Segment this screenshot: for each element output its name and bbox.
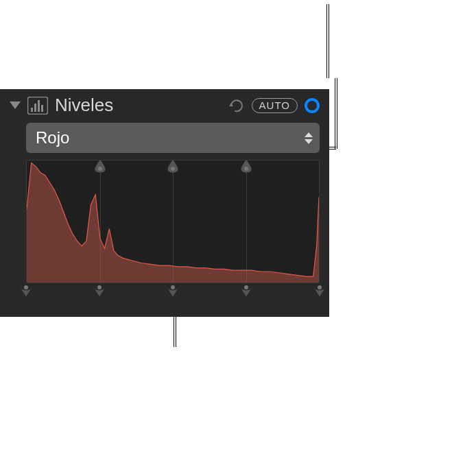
levels-panel: Niveles AUTO Rojo xyxy=(0,89,329,317)
stepper-icon xyxy=(305,132,313,144)
auto-button[interactable]: AUTO xyxy=(252,98,298,113)
leader-top-vertical-2 xyxy=(335,78,335,149)
channel-select[interactable]: Rojo xyxy=(26,123,320,153)
svg-point-11 xyxy=(171,285,175,289)
level-handle[interactable] xyxy=(94,283,105,297)
levels-title: Niveles xyxy=(55,95,113,116)
svg-rect-4 xyxy=(41,105,43,112)
histogram xyxy=(26,160,320,283)
svg-point-9 xyxy=(24,285,28,289)
svg-rect-2 xyxy=(34,104,36,112)
undo-icon[interactable] xyxy=(228,98,245,113)
channel-select-value: Rojo xyxy=(36,128,69,147)
svg-point-13 xyxy=(318,285,322,289)
svg-marker-5 xyxy=(229,103,233,106)
levels-icon xyxy=(27,97,48,115)
level-handle[interactable] xyxy=(21,283,32,297)
level-handle[interactable] xyxy=(314,283,325,297)
histogram-plot xyxy=(27,160,319,283)
levels-header: Niveles AUTO xyxy=(0,95,329,123)
enabled-indicator-icon[interactable] xyxy=(305,98,320,113)
svg-rect-3 xyxy=(38,100,40,112)
level-handle[interactable] xyxy=(167,283,178,297)
bottom-marker-row xyxy=(26,283,320,301)
svg-rect-1 xyxy=(31,108,33,112)
leader-bottom-vertical xyxy=(174,313,174,347)
level-handle[interactable] xyxy=(241,283,252,297)
disclose-chevron-icon[interactable] xyxy=(10,101,21,109)
svg-point-12 xyxy=(244,285,248,289)
leader-top-vertical xyxy=(326,4,327,78)
svg-point-10 xyxy=(97,285,102,289)
